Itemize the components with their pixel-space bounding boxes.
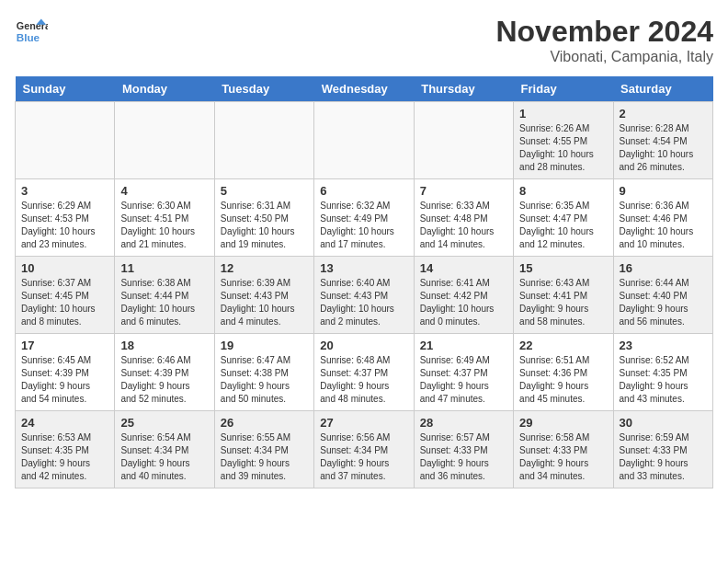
calendar-cell — [16, 102, 115, 179]
day-info: Sunrise: 6:28 AM Sunset: 4:54 PM Dayligh… — [620, 122, 707, 174]
day-info: Sunrise: 6:52 AM Sunset: 4:35 PM Dayligh… — [620, 354, 707, 406]
day-number: 5 — [221, 184, 308, 198]
day-number: 25 — [120, 416, 208, 430]
day-number: 17 — [21, 339, 108, 352]
day-number: 19 — [221, 339, 308, 352]
calendar-cell: 10Sunrise: 6:37 AM Sunset: 4:45 PM Dayli… — [16, 257, 115, 334]
day-info: Sunrise: 6:43 AM Sunset: 4:41 PM Dayligh… — [519, 277, 607, 328]
calendar-week-4: 17Sunrise: 6:45 AM Sunset: 4:39 PM Dayli… — [16, 334, 713, 411]
svg-text:Blue: Blue — [17, 31, 40, 43]
calendar-cell: 29Sunrise: 6:58 AM Sunset: 4:33 PM Dayli… — [514, 411, 613, 488]
calendar-week-5: 24Sunrise: 6:53 AM Sunset: 4:35 PM Dayli… — [16, 411, 713, 488]
day-number: 16 — [620, 261, 707, 275]
day-number: 24 — [21, 416, 108, 430]
day-info: Sunrise: 6:45 AM Sunset: 4:39 PM Dayligh… — [21, 354, 108, 406]
day-info: Sunrise: 6:59 AM Sunset: 4:33 PM Dayligh… — [620, 431, 707, 483]
calendar-cell: 9Sunrise: 6:36 AM Sunset: 4:46 PM Daylig… — [613, 179, 712, 257]
calendar-cell: 5Sunrise: 6:31 AM Sunset: 4:50 PM Daylig… — [214, 179, 313, 257]
calendar-cell: 19Sunrise: 6:47 AM Sunset: 4:38 PM Dayli… — [214, 334, 313, 411]
calendar-cell: 4Sunrise: 6:30 AM Sunset: 4:51 PM Daylig… — [115, 179, 214, 257]
calendar-cell: 21Sunrise: 6:49 AM Sunset: 4:37 PM Dayli… — [414, 334, 513, 411]
calendar-week-2: 3Sunrise: 6:29 AM Sunset: 4:53 PM Daylig… — [16, 179, 713, 257]
calendar-cell: 28Sunrise: 6:57 AM Sunset: 4:33 PM Dayli… — [414, 411, 513, 488]
calendar-table: SundayMondayTuesdayWednesdayThursdayFrid… — [15, 76, 713, 488]
day-info: Sunrise: 6:33 AM Sunset: 4:48 PM Dayligh… — [420, 200, 507, 251]
day-number: 1 — [519, 107, 607, 121]
day-number: 15 — [519, 261, 607, 275]
calendar-cell: 12Sunrise: 6:39 AM Sunset: 4:43 PM Dayli… — [214, 257, 313, 334]
day-number: 8 — [519, 184, 607, 198]
day-number: 14 — [420, 261, 507, 275]
calendar-cell: 27Sunrise: 6:56 AM Sunset: 4:34 PM Dayli… — [314, 411, 414, 488]
calendar-cell: 3Sunrise: 6:29 AM Sunset: 4:53 PM Daylig… — [16, 179, 115, 257]
day-number: 28 — [420, 416, 507, 430]
calendar-cell: 6Sunrise: 6:32 AM Sunset: 4:49 PM Daylig… — [314, 179, 414, 257]
day-number: 18 — [120, 339, 208, 352]
calendar-cell: 20Sunrise: 6:48 AM Sunset: 4:37 PM Dayli… — [314, 334, 414, 411]
day-info: Sunrise: 6:36 AM Sunset: 4:46 PM Dayligh… — [620, 200, 707, 251]
calendar-cell: 7Sunrise: 6:33 AM Sunset: 4:48 PM Daylig… — [414, 179, 513, 257]
day-number: 9 — [620, 184, 707, 198]
day-info: Sunrise: 6:57 AM Sunset: 4:33 PM Dayligh… — [420, 431, 507, 483]
day-info: Sunrise: 6:58 AM Sunset: 4:33 PM Dayligh… — [519, 431, 607, 483]
calendar-cell — [214, 102, 313, 179]
day-number: 30 — [620, 416, 707, 430]
day-info: Sunrise: 6:51 AM Sunset: 4:36 PM Dayligh… — [519, 354, 607, 406]
calendar-cell: 11Sunrise: 6:38 AM Sunset: 4:44 PM Dayli… — [115, 257, 214, 334]
weekday-header-monday: Monday — [115, 76, 214, 102]
day-info: Sunrise: 6:48 AM Sunset: 4:37 PM Dayligh… — [320, 354, 407, 406]
calendar-cell — [414, 102, 513, 179]
day-info: Sunrise: 6:47 AM Sunset: 4:38 PM Dayligh… — [221, 354, 308, 406]
day-number: 23 — [620, 339, 707, 352]
page-header: General Blue November 2024 Vibonati, Cam… — [15, 15, 713, 65]
calendar-cell: 2Sunrise: 6:28 AM Sunset: 4:54 PM Daylig… — [613, 102, 712, 179]
weekday-header-row: SundayMondayTuesdayWednesdayThursdayFrid… — [16, 76, 713, 102]
day-number: 27 — [320, 416, 407, 430]
calendar-week-1: 1Sunrise: 6:26 AM Sunset: 4:55 PM Daylig… — [16, 102, 713, 179]
weekday-header-saturday: Saturday — [613, 76, 712, 102]
calendar-cell: 15Sunrise: 6:43 AM Sunset: 4:41 PM Dayli… — [514, 257, 613, 334]
logo: General Blue — [15, 15, 51, 48]
calendar-cell: 24Sunrise: 6:53 AM Sunset: 4:35 PM Dayli… — [16, 411, 115, 488]
day-info: Sunrise: 6:41 AM Sunset: 4:42 PM Dayligh… — [420, 277, 507, 328]
calendar-week-3: 10Sunrise: 6:37 AM Sunset: 4:45 PM Dayli… — [16, 257, 713, 334]
day-info: Sunrise: 6:38 AM Sunset: 4:44 PM Dayligh… — [120, 277, 208, 328]
day-number: 13 — [320, 261, 407, 275]
day-number: 10 — [21, 261, 108, 275]
calendar-cell: 26Sunrise: 6:55 AM Sunset: 4:34 PM Dayli… — [214, 411, 313, 488]
day-number: 3 — [21, 184, 108, 198]
calendar-cell: 23Sunrise: 6:52 AM Sunset: 4:35 PM Dayli… — [613, 334, 712, 411]
day-info: Sunrise: 6:40 AM Sunset: 4:43 PM Dayligh… — [320, 277, 407, 328]
calendar-cell: 1Sunrise: 6:26 AM Sunset: 4:55 PM Daylig… — [514, 102, 613, 179]
calendar-cell: 25Sunrise: 6:54 AM Sunset: 4:34 PM Dayli… — [115, 411, 214, 488]
day-info: Sunrise: 6:44 AM Sunset: 4:40 PM Dayligh… — [620, 277, 707, 328]
day-info: Sunrise: 6:29 AM Sunset: 4:53 PM Dayligh… — [21, 200, 108, 251]
day-info: Sunrise: 6:32 AM Sunset: 4:49 PM Dayligh… — [320, 200, 407, 251]
calendar-cell: 13Sunrise: 6:40 AM Sunset: 4:43 PM Dayli… — [314, 257, 414, 334]
day-number: 26 — [221, 416, 308, 430]
location-subtitle: Vibonati, Campania, Italy — [495, 49, 713, 65]
day-number: 29 — [519, 416, 607, 430]
day-info: Sunrise: 6:26 AM Sunset: 4:55 PM Dayligh… — [519, 122, 607, 174]
calendar-cell: 17Sunrise: 6:45 AM Sunset: 4:39 PM Dayli… — [16, 334, 115, 411]
day-info: Sunrise: 6:37 AM Sunset: 4:45 PM Dayligh… — [21, 277, 108, 328]
day-number: 11 — [120, 261, 208, 275]
day-info: Sunrise: 6:53 AM Sunset: 4:35 PM Dayligh… — [21, 431, 108, 483]
day-info: Sunrise: 6:31 AM Sunset: 4:50 PM Dayligh… — [221, 200, 308, 251]
calendar-cell: 22Sunrise: 6:51 AM Sunset: 4:36 PM Dayli… — [514, 334, 613, 411]
calendar-cell — [314, 102, 414, 179]
day-info: Sunrise: 6:49 AM Sunset: 4:37 PM Dayligh… — [420, 354, 507, 406]
day-number: 22 — [519, 339, 607, 352]
weekday-header-tuesday: Tuesday — [214, 76, 313, 102]
calendar-cell: 18Sunrise: 6:46 AM Sunset: 4:39 PM Dayli… — [115, 334, 214, 411]
logo-icon: General Blue — [15, 15, 48, 48]
day-info: Sunrise: 6:54 AM Sunset: 4:34 PM Dayligh… — [120, 431, 208, 483]
day-number: 12 — [221, 261, 308, 275]
day-info: Sunrise: 6:56 AM Sunset: 4:34 PM Dayligh… — [320, 431, 407, 483]
day-info: Sunrise: 6:35 AM Sunset: 4:47 PM Dayligh… — [519, 200, 607, 251]
weekday-header-wednesday: Wednesday — [314, 76, 414, 102]
day-number: 2 — [620, 107, 707, 121]
calendar-cell: 14Sunrise: 6:41 AM Sunset: 4:42 PM Dayli… — [414, 257, 513, 334]
title-block: November 2024 Vibonati, Campania, Italy — [495, 15, 713, 65]
day-number: 4 — [120, 184, 208, 198]
